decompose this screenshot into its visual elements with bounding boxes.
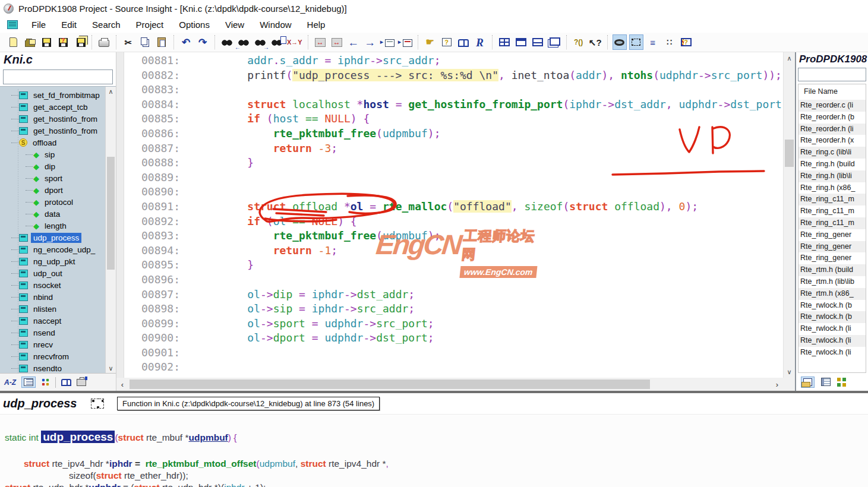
scroll-down-icon[interactable]: ∨: [784, 367, 795, 377]
file-list-item[interactable]: Rte_ring_c11_m: [798, 217, 866, 229]
symbol-filter-input[interactable]: [3, 69, 113, 84]
menu-file[interactable]: File: [24, 18, 53, 31]
sidebar-item-get_accept_tcb[interactable]: get_accept_tcb: [0, 101, 105, 113]
code-line-00892[interactable]: 00892: if (ol == NULL) {: [125, 214, 783, 229]
code-line-00887[interactable]: 00887: return -3;: [125, 141, 783, 156]
help-topics-button[interactable]: ?: [679, 34, 693, 50]
file-list-item[interactable]: Rte_rwlock.h (b: [798, 300, 866, 312]
menu-options[interactable]: Options: [171, 18, 217, 31]
outline-view-button[interactable]: ≡: [646, 34, 660, 50]
file-list-item[interactable]: Rte_rtm.h (lib\lib: [798, 276, 866, 288]
file-list-item[interactable]: Rte_ring_gener: [798, 229, 866, 241]
window-tile-button[interactable]: [497, 34, 512, 50]
file-list-item[interactable]: Rte_rtm.h (x86_: [798, 288, 866, 300]
scroll-right-icon[interactable]: ›: [771, 380, 783, 389]
sidebar-item-protocol[interactable]: ◆protocol: [0, 196, 105, 208]
code-line-00896[interactable]: 00896:: [125, 273, 783, 287]
code-line-00888[interactable]: 00888: }: [125, 156, 783, 170]
sidebar-item-offload[interactable]: Soffload: [0, 137, 105, 148]
sidebar-item-naccept[interactable]: naccept: [0, 315, 105, 327]
code-line-00897[interactable]: 00897: ol->dip = iphdr->dst_addr;: [125, 287, 783, 302]
icon-view-button[interactable]: [837, 378, 846, 387]
code-line-00893[interactable]: 00893: rte_pktmbuf_free(udpmbuf);: [125, 229, 783, 244]
file-list-item[interactable]: Rte_ring_gener: [798, 252, 866, 264]
code-line-00902[interactable]: 00902:: [125, 360, 783, 375]
relation-window-icon[interactable]: [91, 399, 104, 409]
list-view-button[interactable]: [21, 377, 36, 388]
code-line-00882[interactable]: 00882: printf("udp_process ---> src: %s:…: [125, 68, 783, 83]
file-list-item[interactable]: Rte_ring.h (x86_: [798, 182, 866, 194]
file-list-item[interactable]: Rte_ring.c (lib\li: [798, 147, 866, 159]
scroll-up-icon[interactable]: ∧: [106, 87, 116, 96]
replace-button[interactable]: X→Y: [286, 34, 303, 50]
find-in-files-button[interactable]: [270, 34, 284, 50]
symbol-types-button[interactable]: [41, 378, 50, 386]
sidebar-item-dport[interactable]: ◆dport: [0, 184, 105, 196]
sidebar-item-udp_out[interactable]: udp_out: [0, 267, 105, 279]
file-list-item[interactable]: Rte_reorder.h (b: [798, 112, 866, 124]
open-file-button[interactable]: [23, 34, 37, 50]
select-block-button[interactable]: [629, 34, 643, 50]
file-filter-input[interactable]: [798, 68, 866, 81]
sidebar-item-data[interactable]: ◆data: [0, 208, 105, 220]
file-view-button[interactable]: [801, 377, 815, 388]
jump-to-definition-button[interactable]: [380, 34, 395, 50]
file-list-item[interactable]: Rte_rwlock.h (li: [798, 323, 866, 335]
sync-back-button[interactable]: ↔: [313, 34, 327, 50]
find-button[interactable]: [220, 34, 234, 50]
scrollbar-thumb[interactable]: [785, 140, 794, 167]
file-list-item[interactable]: Rte_ring.h (lib\li: [798, 170, 866, 182]
save-button[interactable]: [39, 34, 53, 50]
properties-button[interactable]: [77, 379, 86, 386]
sidebar-item-ng_udp_pkt[interactable]: ng_udp_pkt: [0, 255, 105, 267]
sort-alphabetic-button[interactable]: A-Z: [4, 378, 16, 387]
code-line-00881[interactable]: 00881: addr.s_addr = iphdr->src_addr;: [125, 53, 783, 68]
sidebar-item-length[interactable]: ◆length: [0, 220, 105, 232]
code-line-00894[interactable]: 00894: return -1;: [125, 244, 783, 258]
scrollbar-thumb[interactable]: [130, 380, 650, 389]
help-book-button[interactable]: [456, 34, 471, 50]
window-maximize-button[interactable]: [514, 34, 528, 50]
menu-help[interactable]: Help: [299, 18, 333, 31]
scrollbar-thumb[interactable]: [107, 157, 115, 270]
undo-button[interactable]: ↶: [179, 34, 193, 50]
code-line-00886[interactable]: 00886: rte_pktmbuf_free(udpmbuf);: [125, 127, 783, 141]
scroll-down-icon[interactable]: ∨: [106, 363, 116, 373]
file-list-item[interactable]: Rte_ring.h (build: [798, 159, 866, 170]
sidebar-item-set_fd_frombitmap[interactable]: set_fd_frombitmap: [0, 89, 105, 101]
file-list-item[interactable]: Rte_rwlock.h (li: [798, 335, 866, 347]
sidebar-item-dip[interactable]: ◆dip: [0, 160, 105, 172]
highlight-word-button[interactable]: [613, 34, 627, 50]
sidebar-item-get_hostinfo_from[interactable]: get_hostinfo_from: [0, 125, 105, 137]
new-file-button[interactable]: [6, 34, 20, 50]
sidebar-item-nrecv[interactable]: nrecv: [0, 339, 105, 350]
save-all-button[interactable]: [72, 34, 87, 50]
file-list-item[interactable]: Rte_rwlock.h (li: [798, 347, 866, 359]
sidebar-item-udp_process[interactable]: udp_process: [0, 232, 105, 244]
redo-button[interactable]: ↷: [195, 34, 210, 50]
file-list-item[interactable]: Rte_rtm.h (build: [798, 264, 866, 276]
code-editor[interactable]: 00881: addr.s_addr = iphdr->src_addr;008…: [116, 52, 783, 378]
menu-search[interactable]: Search: [84, 18, 128, 31]
sidebar-item-nsocket[interactable]: nsocket: [0, 279, 105, 291]
detail-view-button[interactable]: [821, 378, 831, 386]
symbol-window-button[interactable]: ∷: [662, 34, 677, 50]
copy-button[interactable]: [138, 34, 152, 50]
code-line-00895[interactable]: 00895: }: [125, 258, 783, 273]
context-help-button[interactable]: ↖?: [588, 34, 602, 50]
file-list-item[interactable]: Rte_ring_c11_m: [798, 205, 866, 217]
menu-view[interactable]: View: [217, 18, 252, 31]
symbol-info-button[interactable]: ?: [440, 34, 454, 50]
call-hierarchy-button[interactable]: ?(): [572, 34, 586, 50]
code-line-00883[interactable]: 00883:: [125, 83, 783, 97]
menu-project[interactable]: Project: [128, 18, 172, 31]
file-list-item[interactable]: Rte_reorder.h (li: [798, 124, 866, 135]
file-list-item[interactable]: Rte_reorder.c (li: [798, 100, 866, 112]
cut-button[interactable]: ✂: [121, 34, 135, 50]
sidebar-item-sip[interactable]: ◆sip: [0, 148, 105, 160]
code-line-00891[interactable]: 00891: struct offload *ol = rte_malloc("…: [125, 200, 783, 214]
find-next-button[interactable]: [253, 34, 267, 50]
document-window-icon[interactable]: [7, 20, 18, 29]
sidebar-item-nlisten[interactable]: nlisten: [0, 303, 105, 315]
window-cascade-button[interactable]: [547, 34, 561, 50]
